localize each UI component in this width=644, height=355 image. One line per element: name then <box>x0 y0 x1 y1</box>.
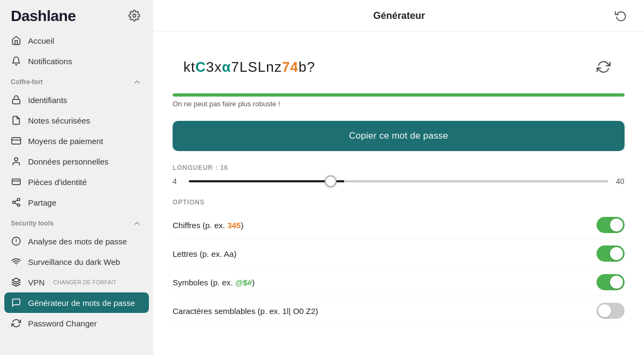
option-chiffres: Chiffres (p. ex. 345) <box>173 211 625 239</box>
sidebar-item-paiement-label: Moyens de paiement <box>28 136 103 146</box>
generator-content: ktC3xα7LSLnz74b? On ne peut pas faire pl… <box>153 32 644 355</box>
sidebar-item-donnees-label: Données personnelles <box>28 157 108 166</box>
sidebar-item-pieces[interactable]: Pièces d'identité <box>4 172 149 192</box>
sidebar-item-password-changer[interactable]: Password Changer <box>4 313 149 333</box>
strength-bar-container <box>173 93 625 97</box>
sidebar-item-vpn-label: VPN <box>28 278 45 287</box>
svg-point-4 <box>15 158 18 161</box>
vpn-badge: CHANGER DE FORFAIT <box>53 279 117 285</box>
sidebar-item-vpn[interactable]: VPN CHANGER DE FORFAIT <box>4 272 149 292</box>
password-highlight-c: C <box>195 59 206 75</box>
toggle-chiffres-thumb <box>610 219 623 231</box>
main-header: Générateur <box>153 0 644 32</box>
sidebar: Dashlane Accueil <box>0 0 153 355</box>
sidebar-item-dark-web-label: Surveillance du dark Web <box>28 257 120 267</box>
svg-rect-1 <box>12 99 20 104</box>
password-text: ktC3xα7LSLnz74b? <box>183 59 316 76</box>
page-title: Générateur <box>186 10 613 22</box>
toggle-symboles-thumb <box>610 276 623 289</box>
circle-alert-icon <box>11 236 22 247</box>
sidebar-item-partage[interactable]: Partage <box>4 192 149 213</box>
strength-bar-bg <box>173 93 625 97</box>
toggle-symboles[interactable] <box>597 274 625 290</box>
app-logo: Dashlane <box>11 8 76 25</box>
option-similaires-label: Caractères semblables (p. ex. 1l| O0 Z2) <box>173 306 318 316</box>
gear-icon <box>128 10 140 22</box>
toggle-chiffres-slider <box>597 217 625 233</box>
sidebar-item-generateur-label: Générateur de mots de passe <box>28 298 135 308</box>
slider-max-label: 40 <box>616 177 625 186</box>
coffre-section-header: Coffre-fort <box>4 71 149 90</box>
main-panel: Générateur ktC3xα7LSLnz74b? <box>153 0 644 355</box>
sidebar-nav: Accueil Notifications Coffre-fort <box>0 30 153 355</box>
wifi-icon <box>11 256 22 267</box>
sidebar-item-pieces-label: Pièces d'identité <box>28 178 87 187</box>
strength-bar-fill <box>173 93 625 97</box>
sidebar-item-paiement[interactable]: Moyens de paiement <box>4 131 149 151</box>
svg-line-11 <box>15 200 17 202</box>
option-lettres-label: Lettres (p. ex. Aa) <box>173 249 236 258</box>
security-section-header: Security tools <box>4 213 149 231</box>
sidebar-item-analyse[interactable]: Analyse des mots de passe <box>4 231 149 251</box>
sidebar-item-partage-label: Partage <box>28 198 57 207</box>
svg-line-10 <box>15 203 17 204</box>
toggle-similaires-slider <box>597 303 625 319</box>
sidebar-item-generateur[interactable]: Générateur de mots de passe <box>4 292 149 313</box>
strength-label: On ne peut pas faire plus robuste ! <box>173 100 625 108</box>
bell-icon <box>11 56 22 66</box>
sidebar-item-donnees[interactable]: Données personnelles <box>4 151 149 172</box>
lock-icon <box>11 94 22 105</box>
sidebar-item-notes[interactable]: Notes sécurisées <box>4 110 149 131</box>
length-slider-row: 4 40 <box>173 177 625 186</box>
share-icon <box>11 197 22 208</box>
toggle-lettres-thumb <box>610 247 623 260</box>
sidebar-item-accueil-label: Accueil <box>28 36 54 45</box>
toggle-symboles-slider <box>597 274 625 290</box>
settings-button[interactable] <box>126 8 142 24</box>
options-list: Chiffres (p. ex. 345) Lettres (p. ex. Aa… <box>173 211 625 325</box>
sidebar-item-identifiants[interactable]: Identifiants <box>4 90 149 110</box>
sidebar-item-password-changer-label: Password Changer <box>28 319 97 328</box>
length-section-label: LONGUEUR : 16 <box>173 164 625 172</box>
slider-min-label: 4 <box>173 177 181 186</box>
coffre-collapse-button[interactable] <box>132 77 142 87</box>
svg-rect-2 <box>12 138 21 144</box>
toggle-similaires[interactable] <box>597 303 625 319</box>
home-icon <box>11 35 22 46</box>
length-slider[interactable] <box>189 180 608 182</box>
sidebar-item-accueil[interactable]: Accueil <box>4 30 149 51</box>
security-section-title: Security tools <box>11 220 53 227</box>
toggle-lettres-slider <box>597 245 625 262</box>
password-display: ktC3xα7LSLnz74b? <box>173 47 625 87</box>
option-symboles: Symboles (p. ex. @$#) <box>173 269 625 296</box>
options-section-label: OPTIONS <box>173 199 625 206</box>
password-highlight-alpha: α <box>222 59 231 75</box>
svg-rect-5 <box>12 179 20 185</box>
symboles-example: @$# <box>235 278 252 287</box>
option-symboles-label: Symboles (p. ex. @$#) <box>173 278 255 287</box>
refresh-password-button[interactable] <box>593 57 614 77</box>
file-icon <box>11 115 22 126</box>
copy-password-button[interactable]: Copier ce mot de passe <box>173 121 625 151</box>
id-icon <box>11 176 22 187</box>
history-button[interactable] <box>613 8 629 24</box>
option-lettres: Lettres (p. ex. Aa) <box>173 240 625 268</box>
coffre-section-title: Coffre-fort <box>11 78 43 86</box>
toggle-chiffres[interactable] <box>597 217 625 233</box>
toggle-lettres[interactable] <box>597 245 625 262</box>
history-icon <box>615 10 627 22</box>
sidebar-item-identifiants-label: Identifiants <box>28 95 67 105</box>
sidebar-item-notifications-label: Notifications <box>28 57 72 66</box>
sidebar-item-analyse-label: Analyse des mots de passe <box>28 237 127 246</box>
security-collapse-button[interactable] <box>132 218 142 229</box>
toggle-similaires-thumb <box>598 304 611 317</box>
card-icon <box>11 135 22 146</box>
option-chiffres-label: Chiffres (p. ex. 345) <box>173 221 243 230</box>
refresh-icon <box>597 60 611 74</box>
svg-point-0 <box>133 14 136 17</box>
sidebar-item-dark-web[interactable]: Surveillance du dark Web <box>4 251 149 272</box>
chevron-up-icon <box>133 78 141 86</box>
option-similaires: Caractères semblables (p. ex. 1l| O0 Z2) <box>173 297 625 325</box>
chiffres-example: 345 <box>227 221 241 230</box>
sidebar-item-notifications[interactable]: Notifications <box>4 51 149 71</box>
